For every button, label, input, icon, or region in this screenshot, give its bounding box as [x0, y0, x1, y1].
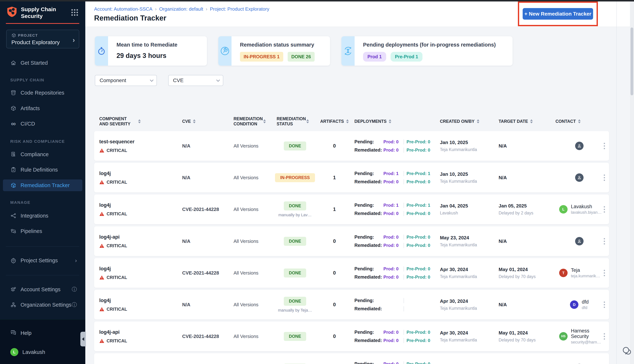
deployments-cell: Pending: Prod: 1 Pre-Prod: 1 Remediated:… [352, 171, 436, 184]
remediated-label: Remediated: [355, 306, 383, 312]
column-header-created[interactable]: CREATED ON/BY [436, 119, 495, 124]
created-on-by-cell: Jan 10, 2025 Teja Kummarikuntla [436, 140, 495, 152]
app-switcher-grid-icon[interactable] [70, 8, 79, 17]
avatar: D [570, 300, 578, 309]
sidebar-item-remediation-tracker[interactable]: Remediation Tracker [3, 180, 82, 191]
sidebar-collapse-handle[interactable] [80, 332, 86, 346]
info-icon[interactable]: ⓘ [72, 286, 77, 293]
sidebar-item-code-repositories[interactable]: Code Repositories [3, 87, 82, 98]
column-header-cve[interactable]: CVE [178, 119, 230, 124]
scrollbar-track[interactable] [630, 2, 634, 364]
remediated-prod: Prod: 0 [383, 243, 401, 248]
remediation-status-cell: IN-PROGRESS [273, 173, 317, 182]
artifacts-cell: 0 [317, 238, 352, 244]
table-row[interactable]: log4j-api CRITICAL CVE-2021-44228 All Ve… [94, 322, 609, 351]
column-header-remediation-status[interactable]: REMEDIATION STATUS [273, 116, 317, 126]
mttr-value: 29 days 3 hours [117, 52, 177, 60]
kebab-icon [604, 302, 605, 308]
pending-prod: Prod: 0 [383, 234, 401, 240]
breadcrumb-account[interactable]: Account: Automation-SSCA [94, 6, 152, 12]
person-icon [577, 175, 582, 180]
breadcrumb-organization[interactable]: Organization: default [159, 6, 203, 12]
code-repository-icon [10, 90, 17, 96]
sidebar-item-account-settings[interactable]: Account Settings ⓘ [3, 284, 82, 295]
avatar: L [559, 205, 568, 214]
support-chat-icon[interactable] [621, 346, 632, 356]
sidebar-item-rule-definitions[interactable]: Rule Definitions [3, 164, 82, 176]
sidebar-item-project-settings[interactable]: Project Settings › [3, 254, 82, 266]
sidebar-user[interactable]: L Lavakush [10, 348, 45, 356]
sidebar-item-get-started[interactable]: Get Started [3, 57, 82, 69]
row-menu-button[interactable] [599, 174, 609, 181]
breadcrumb-separator: › [155, 6, 157, 12]
component-filter-dropdown[interactable]: Component [95, 75, 157, 86]
contact-email: dfd [582, 305, 589, 310]
table-row[interactable]: log4j-api CRITICAL N/A All Versions DONE… [94, 226, 609, 256]
created-by: Teja Kummarikuntla [440, 179, 495, 184]
remediated-label: Remediated: [355, 179, 383, 184]
value-divider [404, 298, 404, 303]
table-row[interactable]: xz-libs DONE Pending: Prod: 0 Pre-Prod: … [94, 353, 609, 364]
sidebar-item-cicd[interactable]: ∞ CI/CD [3, 118, 82, 130]
sidebar-item-artifacts[interactable]: Artifacts [3, 102, 82, 114]
column-header-contact[interactable]: CONTACT [552, 119, 599, 124]
table-row[interactable]: log4j CRITICAL N/A All Versions DONE man… [94, 290, 609, 320]
cve-filter-dropdown[interactable]: CVE [168, 75, 223, 86]
cve-cell: CVE-2021-44228 [178, 270, 230, 276]
status-note: manually by Lav… [278, 212, 312, 217]
created-date: Jan 10, 2025 [440, 171, 495, 177]
severity-label: CRITICAL [107, 307, 127, 312]
project-selector[interactable]: PROJECT Product Exploratory › [6, 30, 79, 48]
value-divider [404, 139, 404, 144]
severity: CRITICAL [99, 275, 178, 280]
row-menu-button[interactable] [599, 238, 609, 244]
table-row[interactable]: test-sequencer CRITICAL N/A All Versions… [94, 131, 609, 161]
row-menu-button[interactable] [599, 206, 609, 212]
remediation-status-cell: DONE [273, 268, 317, 278]
contact-info: Harness Security security@harn… [571, 328, 599, 344]
column-header-remediation-condition[interactable]: REMEDIATION CONDITION [230, 116, 273, 126]
share-nodes-icon [10, 212, 17, 219]
target-date-cell: N/A [495, 143, 552, 149]
sidebar-item-organization-settings[interactable]: Organization Settings ⓘ [3, 299, 82, 311]
pending-label: Pending: [355, 171, 383, 176]
column-header-artifacts[interactable]: ARTIFACTS [317, 119, 352, 124]
contact-cell: HS Harness Security security@harn… [552, 328, 599, 344]
table-row[interactable]: log4j CRITICAL CVE-2021-44228 All Versio… [94, 258, 609, 288]
pending-preprod: Pre-Prod: 1 [407, 171, 430, 176]
sidebar-item-integrations[interactable]: Integrations [3, 210, 82, 222]
row-menu-button[interactable] [599, 270, 609, 276]
sidebar-item-compliance[interactable]: Compliance [3, 148, 82, 160]
row-menu-button[interactable] [599, 333, 609, 340]
value-divider [404, 211, 404, 216]
severity-label: CRITICAL [107, 180, 127, 185]
pending-preprod: Pre-Prod: 1 [407, 203, 430, 208]
table-header: COMPONENT AND SEVERITY CVE REMEDIATION C… [94, 114, 609, 129]
column-header-target-date[interactable]: TARGET DATE [495, 119, 552, 124]
column-header-component[interactable]: COMPONENT AND SEVERITY [94, 116, 178, 126]
value-divider [404, 148, 404, 153]
avatar [575, 174, 583, 182]
breadcrumb-project[interactable]: Project: Product Exploratory [210, 6, 269, 12]
sidebar-item-pipelines[interactable]: Pipelines [3, 225, 82, 237]
scrollbar-thumb[interactable] [630, 28, 633, 95]
page-header: Account: Automation-SSCA › Organization:… [85, 2, 634, 27]
contact-cell: T Teja teja.kummarik… [552, 268, 599, 278]
chevron-down-icon [150, 78, 154, 82]
row-menu-button[interactable] [599, 143, 609, 149]
remediated-preprod: Pre-Prod: 0 [407, 179, 430, 184]
table-row[interactable]: log4j CRITICAL N/A All Versions IN-PROGR… [94, 163, 609, 192]
status-badge: DONE [284, 237, 306, 246]
created-date: May 23, 2024 [440, 235, 495, 241]
artifacts-cell: 1 [317, 175, 352, 180]
table-row[interactable]: log4j CRITICAL CVE-2021-44228 All Versio… [94, 194, 609, 224]
contact-name: Lavakush [571, 204, 599, 209]
row-menu-button[interactable] [599, 302, 609, 308]
info-icon[interactable]: ⓘ [72, 301, 77, 308]
created-by: Teja Kummarikuntla [440, 147, 495, 152]
sidebar-item-help[interactable]: Help [10, 329, 32, 337]
card-mean-time-to-remediate: Mean time to Remediate 29 days 3 hours [95, 36, 207, 66]
remediation-status-cell: DONE [273, 142, 317, 150]
status-badge: DONE [284, 202, 306, 210]
column-header-deployments[interactable]: DEPLOYMENTS [352, 119, 436, 124]
